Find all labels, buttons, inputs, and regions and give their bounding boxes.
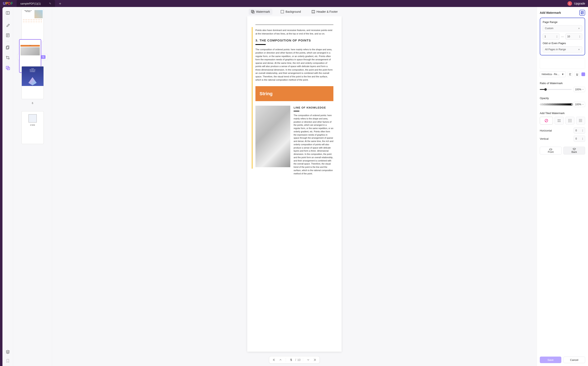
vertical-input[interactable]: 0▲▼ bbox=[574, 136, 585, 142]
layers-icon[interactable] bbox=[6, 350, 10, 354]
thumbnail[interactable]: PRISMDECOMPOSITION SUNLIGHTEXPERIMENT 6 bbox=[17, 66, 48, 105]
svg-rect-30 bbox=[580, 120, 580, 121]
spinner-icon[interactable]: ▲▼ bbox=[556, 35, 558, 38]
range-mode-select[interactable]: Custom▼ bbox=[543, 25, 582, 31]
avatar[interactable]: L bbox=[567, 1, 572, 6]
edit-text-icon[interactable] bbox=[6, 33, 10, 38]
pages-icon[interactable] bbox=[6, 45, 10, 50]
opacity-label: Opacity bbox=[540, 97, 585, 100]
background-icon bbox=[281, 10, 284, 13]
document-tab[interactable]: samplePDF(1)(1) ✎ bbox=[17, 0, 55, 7]
reader-mode-icon[interactable] bbox=[6, 11, 10, 15]
svg-rect-26 bbox=[580, 119, 580, 120]
tile-none[interactable] bbox=[540, 117, 553, 124]
bookmark-icon[interactable] bbox=[6, 358, 10, 363]
body-text: Points also have dominant and recessive … bbox=[255, 29, 333, 35]
horizontal-input[interactable]: 0▲▼ bbox=[574, 127, 585, 134]
last-page-button[interactable] bbox=[312, 357, 318, 363]
svg-rect-35 bbox=[580, 121, 581, 121]
tile-2x2[interactable] bbox=[555, 117, 564, 124]
ratio-slider[interactable] bbox=[540, 89, 572, 90]
svg-rect-38 bbox=[580, 122, 580, 122]
heading: 3. THE COMPOSITION OF POINTS bbox=[255, 38, 333, 43]
svg-rect-22 bbox=[568, 122, 569, 122]
svg-rect-21 bbox=[571, 120, 572, 121]
tile-4x4[interactable] bbox=[576, 117, 585, 124]
svg-rect-19 bbox=[568, 120, 569, 121]
tile-3x3[interactable] bbox=[565, 117, 574, 124]
article-image bbox=[255, 106, 290, 167]
color-swatch[interactable] bbox=[581, 72, 585, 76]
svg-rect-39 bbox=[580, 122, 581, 122]
watermark-tool-icon[interactable] bbox=[6, 66, 10, 70]
opacity-value[interactable]: 100%▼ bbox=[574, 102, 585, 107]
tab-header-footer[interactable]: Header & Footer bbox=[309, 9, 340, 15]
svg-rect-31 bbox=[580, 120, 581, 121]
margin-highlight bbox=[252, 27, 252, 169]
spinner-icon[interactable]: ▲▼ bbox=[582, 137, 583, 140]
page-total: 10 bbox=[297, 358, 301, 361]
range-from-input[interactable]: 1▲▼ bbox=[543, 33, 559, 40]
svg-rect-29 bbox=[579, 120, 580, 121]
font-select[interactable]: Helvetica - Re…▼ bbox=[540, 71, 566, 77]
front-icon bbox=[549, 148, 552, 150]
spinner-icon[interactable]: ▲▼ bbox=[582, 129, 583, 132]
prev-page-button[interactable] bbox=[278, 357, 283, 363]
opacity-slider[interactable] bbox=[540, 103, 572, 106]
tab-watermark[interactable]: Watermark bbox=[249, 9, 273, 15]
tiled-label: Add Tiled Watermark bbox=[540, 112, 585, 115]
page-number-input[interactable] bbox=[288, 358, 294, 361]
header-footer-icon bbox=[312, 10, 315, 13]
page-sep: / bbox=[295, 358, 296, 361]
cancel-button[interactable]: Cancel bbox=[563, 357, 585, 363]
svg-rect-23 bbox=[570, 122, 570, 122]
page-range-label: Page Range bbox=[543, 21, 582, 23]
odd-even-label: Odd or Even Pages bbox=[543, 42, 582, 45]
ratio-value[interactable]: 100%▼ bbox=[574, 87, 585, 92]
svg-rect-6 bbox=[251, 10, 253, 12]
add-tab-button[interactable]: ＋ bbox=[58, 1, 62, 6]
thumbnail[interactable]: String 5 bbox=[17, 54, 48, 60]
next-page-button[interactable] bbox=[306, 357, 311, 363]
svg-rect-14 bbox=[558, 121, 559, 122]
back-button[interactable]: Back bbox=[563, 147, 585, 154]
svg-rect-25 bbox=[579, 119, 580, 120]
thumbnail-panel[interactable]: Basic Elements ofPlane Space 4 String 5 … bbox=[13, 7, 52, 366]
highlight-icon[interactable] bbox=[6, 23, 10, 27]
svg-rect-34 bbox=[580, 121, 580, 121]
spinner-icon[interactable]: ▲▼ bbox=[579, 35, 580, 38]
chevron-down-icon: ▼ bbox=[578, 27, 580, 30]
ratio-label: Ratio of Watermark bbox=[540, 82, 585, 85]
horizontal-label: Horizontal bbox=[540, 129, 552, 132]
left-toolbar bbox=[2, 7, 13, 366]
save-button[interactable]: Save bbox=[540, 357, 561, 363]
back-icon bbox=[573, 148, 576, 150]
svg-rect-8 bbox=[281, 10, 284, 13]
svg-rect-33 bbox=[579, 121, 580, 121]
tab-label: Header & Footer bbox=[317, 10, 338, 13]
align-button[interactable] bbox=[567, 72, 573, 77]
panel-title: Add Watermark bbox=[540, 11, 561, 14]
front-button[interactable]: Front bbox=[540, 147, 562, 154]
crop-icon[interactable] bbox=[6, 55, 10, 60]
first-page-button[interactable] bbox=[271, 357, 276, 363]
subheading: LINE OF KNOWLEDGE bbox=[294, 106, 333, 110]
range-dash: — bbox=[561, 35, 564, 38]
thumb-number: 6 bbox=[30, 101, 35, 105]
svg-rect-28 bbox=[581, 119, 582, 120]
chevron-down-icon: ▼ bbox=[562, 73, 564, 76]
underline-button[interactable]: U bbox=[574, 72, 580, 77]
chevron-down-icon: ▼ bbox=[582, 104, 584, 106]
range-to-input[interactable]: 10▲▼ bbox=[565, 33, 582, 40]
tab-background[interactable]: Background bbox=[278, 9, 303, 15]
save-preset-icon[interactable] bbox=[579, 10, 585, 15]
page-range-group: Page Range Custom▼ 1▲▼ — 10▲▼ Odd or Eve… bbox=[540, 18, 585, 55]
upgrade-button[interactable]: Upgrade bbox=[574, 2, 585, 5]
svg-rect-24 bbox=[571, 122, 572, 122]
watermark-panel: Add Watermark Page Range Custom▼ 1▲▼ — 1… bbox=[537, 7, 588, 366]
odd-even-select[interactable]: All Pages in Range▼ bbox=[543, 46, 582, 53]
page: Points also have dominant and recessive … bbox=[247, 16, 342, 352]
document-view[interactable]: Points also have dominant and recessive … bbox=[52, 16, 537, 366]
rename-icon[interactable]: ✎ bbox=[49, 2, 51, 5]
thumbnail[interactable]: AT THETIME bbox=[17, 111, 48, 144]
